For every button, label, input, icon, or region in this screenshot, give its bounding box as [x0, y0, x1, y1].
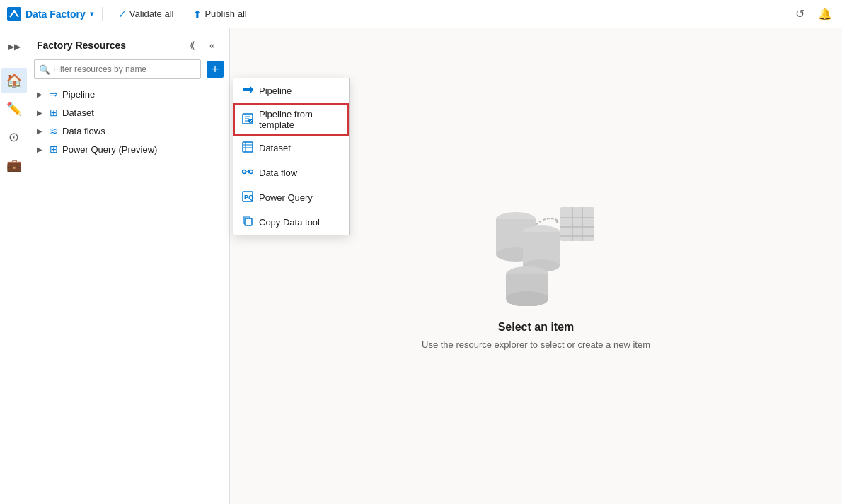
menu-item-pipeline[interactable]: Pipeline [233, 78, 349, 103]
dataset-label: Dataset [62, 107, 94, 118]
powerquery-label: Power Query (Preview) [62, 144, 157, 155]
menu-pipeline-label: Pipeline [259, 86, 292, 96]
pencil-nav-button[interactable]: ✏️ [1, 96, 27, 122]
adf-icon [7, 7, 21, 21]
empty-state-illustration [465, 182, 606, 306]
sidebar-item-dataflows[interactable]: ▶ ≋ Data flows [28, 122, 229, 140]
dataset-menu-icon [242, 141, 253, 155]
chevron-right-icon: ▶ [37, 109, 45, 117]
menu-pipeline-from-template-label: Pipeline from template [259, 109, 340, 130]
chevron-right-icon: ▶ [37, 146, 45, 153]
empty-state: Select an item Use the resource explorer… [422, 182, 650, 350]
topbar-actions: ✓ Validate all ⬆ Publish all [114, 6, 778, 23]
sidebar-close-icon[interactable]: « [204, 37, 221, 54]
search-input[interactable] [53, 64, 196, 74]
topbar: Data Factory ▾ ✓ Validate all ⬆ Publish … [0, 0, 842, 28]
menu-item-data-flow[interactable]: Data flow [233, 160, 349, 185]
sidebar: Factory Resources ⟪ « 🔍 + ▶ ⇒ Pipeline ▶… [28, 28, 230, 504]
dataflows-icon: ≋ [50, 125, 58, 136]
notifications-button[interactable]: 🔔 [815, 4, 835, 24]
menu-item-pipeline-from-template[interactable]: Pipeline from template [233, 103, 349, 136]
search-row: 🔍 + [28, 59, 229, 85]
svg-point-1 [13, 10, 16, 13]
copy-menu-icon [242, 216, 253, 229]
svg-point-26 [506, 291, 548, 306]
sidebar-header-icons: ⟪ « [184, 37, 221, 54]
topbar-right: ↺ 🔔 [790, 4, 835, 24]
dataflow-menu-icon [242, 166, 253, 180]
svg-text:PQ: PQ [244, 194, 253, 201]
svg-rect-10 [245, 218, 252, 225]
search-icon: 🔍 [39, 64, 50, 75]
validate-label: Validate all [129, 8, 174, 19]
pipeline-icon: ⇒ [50, 88, 58, 100]
template-menu-icon [242, 113, 253, 127]
validate-icon: ✓ [118, 8, 127, 20]
svg-point-6 [243, 170, 246, 174]
validate-all-button[interactable]: ✓ Validate all [114, 6, 178, 23]
refresh-button[interactable]: ↺ [790, 4, 809, 24]
manage-nav-button[interactable]: 💼 [1, 153, 27, 178]
brand: Data Factory ▾ [7, 7, 103, 21]
publish-label: Publish all [204, 8, 246, 19]
menu-copy-data-tool-label: Copy Data tool [259, 217, 320, 228]
svg-point-4 [248, 119, 253, 123]
dataset-icon: ⊞ [50, 107, 58, 118]
nav-icons: ▶▶ 🏠 ✏️ ⊙ 💼 [0, 28, 28, 504]
powerquery-menu-icon: PQ [242, 191, 253, 204]
monitor-nav-button[interactable]: ⊙ [1, 124, 27, 150]
brand-label: Data Factory [25, 8, 86, 20]
add-resource-dropdown: Pipeline Pipeline from template Dataset … [233, 78, 350, 235]
sidebar-header: Factory Resources ⟪ « [28, 28, 229, 59]
illustration [465, 182, 606, 310]
home-nav-button[interactable]: 🏠 [1, 68, 27, 93]
chevron-right-icon: ▶ [37, 90, 45, 98]
sidebar-item-dataset[interactable]: ▶ ⊞ Dataset [28, 103, 229, 122]
sidebar-item-pipeline[interactable]: ▶ ⇒ Pipeline [28, 85, 229, 103]
main-layout: ▶▶ 🏠 ✏️ ⊙ 💼 Factory Resources ⟪ « 🔍 + ▶ … [0, 28, 842, 504]
empty-state-subtitle: Use the resource explorer to select or c… [422, 339, 650, 350]
search-container: 🔍 [34, 59, 201, 79]
svg-rect-5 [243, 142, 253, 152]
brand-chevron-icon[interactable]: ▾ [90, 10, 93, 18]
svg-rect-0 [7, 7, 21, 21]
menu-item-dataset[interactable]: Dataset [233, 136, 349, 160]
menu-item-power-query[interactable]: PQ Power Query [233, 185, 349, 210]
dataflows-label: Data flows [62, 126, 105, 136]
publish-all-button[interactable]: ⬆ Publish all [189, 6, 250, 23]
pipeline-menu-icon [242, 84, 253, 98]
menu-item-copy-data-tool[interactable]: Copy Data tool [233, 210, 349, 235]
sidebar-item-powerquery[interactable]: ▶ ⊞ Power Query (Preview) [28, 140, 229, 158]
chevron-right-icon: ▶ [37, 127, 45, 135]
add-resource-button[interactable]: + [207, 61, 224, 78]
powerquery-icon: ⊞ [50, 143, 58, 155]
expand-nav-button[interactable]: ▶▶ [1, 34, 27, 59]
menu-dataset-label: Dataset [259, 143, 291, 153]
sidebar-title: Factory Resources [37, 40, 126, 51]
pipeline-label: Pipeline [62, 89, 95, 100]
menu-data-flow-label: Data flow [259, 168, 297, 178]
publish-icon: ⬆ [193, 8, 202, 20]
collapse-icon[interactable]: ⟪ [184, 37, 201, 54]
menu-power-query-label: Power Query [259, 192, 313, 203]
svg-rect-2 [243, 88, 253, 91]
empty-state-title: Select an item [498, 321, 575, 334]
